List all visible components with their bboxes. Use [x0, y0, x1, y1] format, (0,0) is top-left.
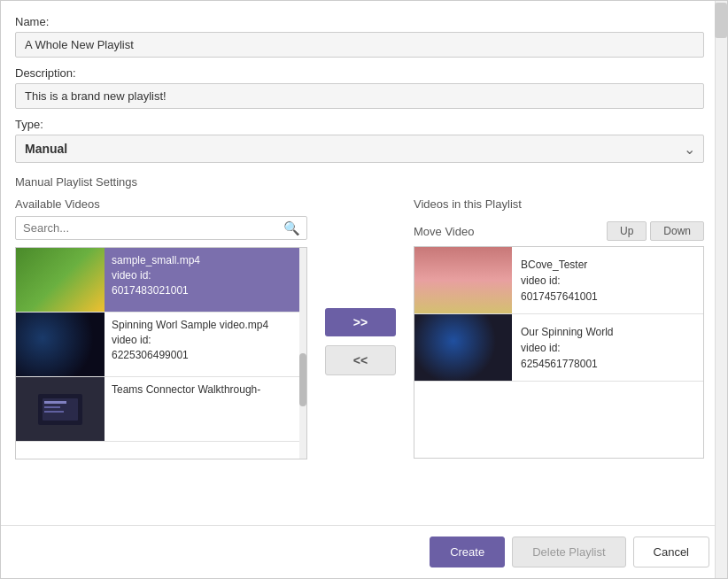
video-name-1: sample_small.mp4 [112, 253, 200, 268]
playlist-thumbnail-2 [414, 314, 512, 381]
available-videos-header: Available Videos [15, 197, 307, 211]
name-input[interactable] [15, 32, 704, 58]
playlist-video-id-value-1: 6017457641001 [521, 289, 598, 305]
playlist-video-list[interactable]: BCove_Tester video id: 6017457641001 Our… [414, 246, 704, 459]
add-to-playlist-button[interactable]: >> [325, 308, 396, 336]
content-area: Name: Description: Type: Manual Smart ⌄ … [1, 1, 727, 525]
type-label: Type: [15, 118, 704, 131]
search-bar: 🔍 [15, 216, 307, 240]
list-scrollbar[interactable] [299, 248, 306, 459]
main-scrollbar[interactable] [715, 1, 727, 578]
video-name-2: Spinning Worl Sample video.mp4 [112, 318, 268, 333]
name-label: Name: [15, 15, 704, 28]
available-video-list[interactable]: sample_small.mp4 video id: 6017483021001… [15, 247, 307, 459]
video-info-2: Spinning Worl Sample video.mp4 video id:… [105, 313, 275, 376]
video-thumbnail-1 [16, 248, 105, 312]
playlist-video-name-1: BCove_Tester [521, 257, 598, 273]
name-field-group: Name: [15, 15, 704, 58]
video-id-value-1: 6017483021001 [112, 283, 200, 298]
available-video-item[interactable]: sample_small.mp4 video id: 6017483021001 [16, 248, 306, 313]
playlist-video-info-1: BCove_Tester video id: 6017457641001 [512, 251, 607, 310]
move-up-button[interactable]: Up [607, 221, 647, 241]
video-name-3: Teams Connector Walkthrough- [112, 382, 260, 398]
svg-rect-4 [44, 411, 64, 413]
description-field-group: Description: [15, 66, 704, 109]
scrollbar-thumb [715, 3, 727, 38]
playlist-video-info-2: Our Spinning World video id: 62545617780… [512, 319, 623, 377]
playlist-video-item[interactable]: Our Spinning World video id: 62545617780… [414, 314, 703, 382]
playlist-video-id-label-1: video id: [521, 273, 598, 289]
move-video-label: Move Video [414, 225, 474, 238]
modal-container: Name: Description: Type: Manual Smart ⌄ … [0, 0, 728, 579]
video-id-value-2: 6225306499001 [112, 348, 268, 363]
description-input[interactable] [15, 83, 704, 109]
svg-rect-3 [44, 406, 60, 408]
search-icon: 🔍 [283, 220, 300, 236]
playlist-video-name-2: Our Spinning World [521, 324, 614, 340]
list-scrollbar-thumb [299, 353, 306, 406]
delete-playlist-button[interactable]: Delete Playlist [512, 537, 625, 567]
playlist-video-id-label-2: video id: [521, 340, 614, 356]
playlist-videos-panel: Videos in this Playlist Move Video Up Do… [414, 197, 704, 459]
type-field-group: Type: Manual Smart ⌄ [15, 118, 704, 163]
playlist-video-item[interactable]: BCove_Tester video id: 6017457641001 [414, 247, 703, 314]
type-select[interactable]: Manual Smart [15, 135, 704, 163]
playlist-video-id-value-2: 6254561778001 [521, 356, 614, 372]
available-videos-panel: Available Videos 🔍 sample_small.mp4 vide… [15, 197, 307, 459]
svg-rect-2 [44, 401, 66, 404]
playlist-header-row: Videos in this Playlist [414, 197, 704, 216]
playlist-settings-area: Available Videos 🔍 sample_small.mp4 vide… [15, 197, 704, 459]
move-buttons: Up Down [607, 221, 704, 241]
cancel-button[interactable]: Cancel [633, 537, 709, 567]
video-info-1: sample_small.mp4 video id: 6017483021001 [105, 248, 207, 312]
available-video-item[interactable]: Teams Connector Walkthrough- [16, 377, 306, 442]
footer: Create Delete Playlist Cancel [1, 525, 727, 578]
available-video-item[interactable]: Spinning Worl Sample video.mp4 video id:… [16, 313, 306, 377]
transfer-buttons-area: >> << [325, 197, 396, 459]
video-id-label-1: video id: [112, 268, 200, 283]
video-id-label-2: video id: [112, 333, 268, 348]
search-input[interactable] [15, 216, 307, 240]
description-label: Description: [15, 66, 704, 80]
move-down-button[interactable]: Down [650, 221, 704, 241]
playlist-thumbnail-1 [414, 247, 512, 313]
section-title: Manual Playlist Settings [15, 175, 704, 189]
create-button[interactable]: Create [430, 537, 505, 567]
video-info-3: Teams Connector Walkthrough- [105, 377, 267, 441]
video-thumbnail-2 [16, 313, 105, 376]
video-thumbnail-3 [16, 377, 105, 441]
playlist-videos-header: Videos in this Playlist [414, 197, 522, 211]
type-select-wrapper: Manual Smart ⌄ [15, 135, 704, 163]
remove-from-playlist-button[interactable]: << [325, 345, 396, 375]
